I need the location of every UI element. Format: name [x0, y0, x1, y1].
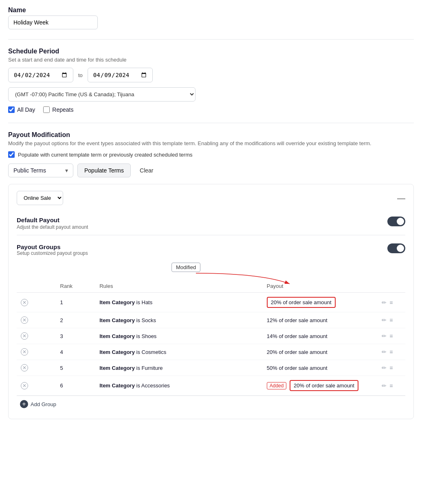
- highlighted-payout-6: 20% of order sale amount: [290, 380, 358, 391]
- th-actions: [376, 280, 406, 293]
- remove-row-1-button[interactable]: ✕: [21, 299, 28, 306]
- drag-icon-4[interactable]: ≡: [389, 349, 393, 355]
- timezone-row: (GMT -07:00) Pacific Time (US & Canada);…: [8, 87, 414, 106]
- table-row: ✕ 6 Item Category is Accessories Added 2…: [17, 376, 405, 396]
- actions-cell: ✏ ≡: [376, 360, 406, 376]
- default-payout-subtitle: Adjust the default payout amount: [17, 224, 88, 230]
- payout-mod-title: Payout Modification: [8, 131, 414, 139]
- default-payout-row: Default Payout Adjust the default payout…: [17, 212, 405, 235]
- groups-header: Payout Groups Setup customized payout gr…: [17, 239, 405, 259]
- default-payout-toggle[interactable]: [387, 217, 405, 226]
- remove-row-3-button[interactable]: ✕: [21, 332, 28, 340]
- actions-cell: ✏ ≡: [376, 293, 406, 312]
- drag-icon-6[interactable]: ≡: [389, 382, 393, 389]
- timezone-select[interactable]: (GMT -07:00) Pacific Time (US & Canada);…: [8, 87, 196, 102]
- drag-icon-5[interactable]: ≡: [389, 365, 393, 371]
- th-rules: Rules: [95, 280, 263, 293]
- table-row: ✕ 3 Item Category is Shoes 14% of order …: [17, 328, 405, 344]
- payout-groups-toggle[interactable]: [387, 243, 405, 253]
- rank-cell: 5: [56, 360, 96, 376]
- rank-cell: 3: [56, 328, 96, 344]
- populate-checkbox[interactable]: [8, 151, 15, 158]
- card-header: Online Sale —: [17, 191, 405, 205]
- edit-icon-3[interactable]: ✏: [382, 333, 387, 339]
- remove-cell: ✕: [17, 328, 56, 344]
- populate-terms-button[interactable]: Populate Terms: [77, 164, 131, 177]
- payout-groups-section: Payout Groups Setup customized payout gr…: [17, 239, 405, 412]
- repeats-checkbox[interactable]: [43, 106, 50, 113]
- edit-icon-5[interactable]: ✏: [382, 365, 387, 371]
- repeats-label[interactable]: Repeats: [43, 106, 73, 113]
- drag-icon-1[interactable]: ≡: [389, 299, 393, 306]
- rank-cell: 2: [56, 312, 96, 328]
- table-row: ✕ 2 Item Category is Socks 12% of order …: [17, 312, 405, 328]
- all-day-label[interactable]: All Day: [8, 106, 35, 113]
- end-date-input[interactable]: [88, 68, 153, 82]
- rank-cell: 4: [56, 344, 96, 360]
- payout-modification-section: Payout Modification Modify the payout op…: [8, 131, 414, 177]
- terms-dropdown[interactable]: Public Terms ▾: [8, 164, 73, 177]
- remove-cell: ✕: [17, 344, 56, 360]
- schedule-period-subtitle: Set a start and end date and time for th…: [8, 57, 414, 63]
- modified-arrow-svg: [17, 259, 405, 280]
- drag-icon-3[interactable]: ≡: [389, 333, 393, 339]
- chevron-down-icon: ▾: [65, 167, 68, 174]
- edit-icon-6[interactable]: ✏: [382, 382, 387, 389]
- remove-cell: ✕: [17, 360, 56, 376]
- rules-cell: Item Category is Accessories: [95, 376, 263, 396]
- payout-cell: 20% of order sale amount: [263, 344, 376, 360]
- drag-icon-2[interactable]: ≡: [389, 317, 393, 323]
- groups-toggle-slider: [387, 243, 405, 253]
- actions-cell: ✏ ≡: [376, 376, 406, 396]
- actions-cell: ✏ ≡: [376, 312, 406, 328]
- checkbox-row: All Day Repeats: [8, 106, 414, 113]
- divider-3: [17, 235, 405, 235]
- remove-cell: ✕: [17, 293, 56, 312]
- payout-table: Rank Rules Payout ✕ 1 Item Catego: [17, 280, 405, 396]
- actions-cell: ✏ ≡: [376, 328, 406, 344]
- populate-label: Populate with current template term or p…: [18, 152, 192, 158]
- terms-row: Public Terms ▾ Populate Terms Clear: [8, 164, 414, 177]
- table-head: Rank Rules Payout: [17, 280, 405, 293]
- divider-2: [8, 123, 414, 123]
- table-row: ✕ 5 Item Category is Furniture 50% of or…: [17, 360, 405, 376]
- all-day-checkbox[interactable]: [8, 106, 15, 113]
- table-row: ✕ 1 Item Category is Hats 20% of order s…: [17, 293, 405, 312]
- to-label: to: [78, 72, 83, 78]
- remove-row-2-button[interactable]: ✕: [21, 316, 28, 324]
- modified-badge: Modified: [171, 263, 200, 272]
- add-group-icon: +: [20, 400, 28, 408]
- schedule-period-section: Schedule Period Set a start and end date…: [8, 48, 414, 113]
- edit-icon-2[interactable]: ✏: [382, 317, 387, 323]
- sale-type-select[interactable]: Online Sale: [17, 191, 63, 205]
- divider-1: [8, 39, 414, 40]
- rules-cell: Item Category is Hats: [95, 293, 263, 312]
- schedule-period-title: Schedule Period: [8, 48, 414, 55]
- remove-row-5-button[interactable]: ✕: [21, 364, 28, 371]
- add-group-row[interactable]: + Add Group: [17, 396, 405, 412]
- toggle-slider: [387, 217, 405, 226]
- table-row: ✕ 4 Item Category is Cosmetics 20% of or…: [17, 344, 405, 360]
- populate-checkbox-row: Populate with current template term or p…: [8, 151, 414, 158]
- payout-cell-6: Added 20% of order sale amount: [263, 376, 376, 396]
- remove-row-6-button[interactable]: ✕: [21, 382, 28, 389]
- rank-cell: 6: [56, 376, 96, 396]
- collapse-button[interactable]: —: [397, 194, 405, 202]
- add-group-label: Add Group: [31, 401, 56, 407]
- clear-button[interactable]: Clear: [135, 164, 158, 177]
- payout-cell: 50% of order sale amount: [263, 360, 376, 376]
- added-badge: Added: [267, 382, 287, 389]
- payout-groups-title: Payout Groups: [17, 243, 88, 250]
- name-input[interactable]: [8, 15, 98, 29]
- rules-cell: Item Category is Shoes: [95, 328, 263, 344]
- edit-icon-1[interactable]: ✏: [382, 299, 387, 306]
- th-payout: Payout: [263, 280, 376, 293]
- remove-cell: ✕: [17, 312, 56, 328]
- annotation-row: Modified: [17, 259, 405, 280]
- remove-row-4-button[interactable]: ✕: [21, 348, 28, 356]
- rules-cell: Item Category is Cosmetics: [95, 344, 263, 360]
- remove-cell: ✕: [17, 376, 56, 396]
- edit-icon-4[interactable]: ✏: [382, 349, 387, 355]
- start-date-input[interactable]: [8, 68, 73, 82]
- payout-cell: 12% of order sale amount: [263, 312, 376, 328]
